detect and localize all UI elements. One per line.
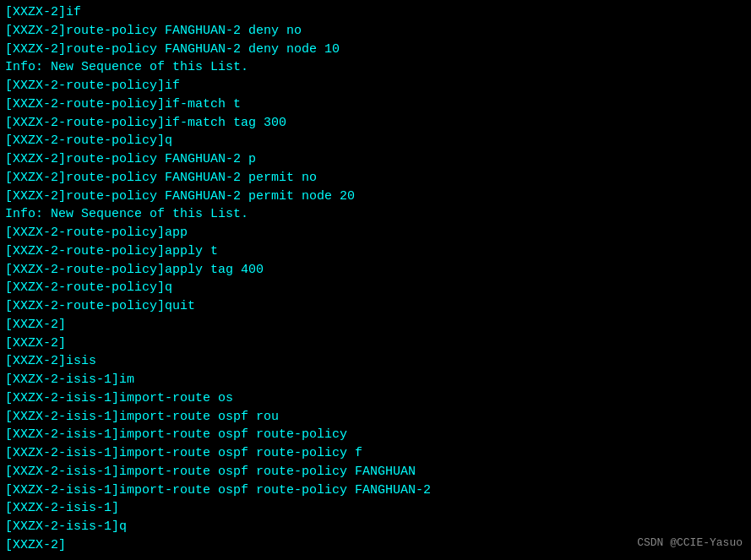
terminal-line: [XXZX-2-route-policy]if-match t: [5, 95, 746, 114]
terminal-line: [XXZX-2]route-policy FANGHUAN-2 deny nod…: [5, 41, 746, 59]
terminal-line: [XXZX-2-route-policy]if-match tag 300: [5, 114, 746, 133]
terminal-line: [XXZX-2]: [5, 316, 746, 334]
terminal-line: [XXZX-2]isis: [5, 352, 746, 371]
terminal-line: [XXZX-2]: [5, 536, 746, 555]
terminal-line: [XXZX-2-route-policy]apply tag 400: [5, 261, 746, 280]
terminal-line: [XXZX-2-isis-1]im: [5, 371, 746, 389]
terminal-line: [XXZX-2-isis-1]import-route ospf route-p…: [5, 426, 746, 444]
terminal-line: [XXZX-2]: [5, 334, 746, 353]
terminal-line: Info: New Sequence of this List.: [5, 58, 746, 77]
terminal-line: [XXZX-2]route-policy FANGHUAN-2 permit n…: [5, 188, 746, 206]
terminal-line: [XXZX-2-isis-1]q: [5, 518, 746, 536]
terminal-line: [XXZX-2]if: [5, 3, 746, 22]
terminal-line: [XXZX-2-isis-1]: [5, 499, 746, 518]
terminal-line: [XXZX-2]route-policy FANGHUAN-2 p: [5, 150, 746, 169]
terminal-line: [XXZX-2-isis-1]import-route ospf rou: [5, 408, 746, 427]
terminal-line: [XXZX-2-isis-1]import-route ospf route-p…: [5, 481, 746, 500]
terminal-line: [XXZX-2-route-policy]q: [5, 279, 746, 297]
terminal-line: [XXZX-2-isis-1]import-route ospf route-p…: [5, 463, 746, 481]
terminal-line: [XXZX-2-route-policy]quit: [5, 297, 746, 316]
terminal-line: [XXZX-2-isis-1]import-route os: [5, 389, 746, 408]
terminal-line: Info: New Sequence of this List.: [5, 205, 746, 224]
watermark: CSDN @CCIE-Yasuo: [637, 536, 743, 552]
terminal-line: [XXZX-2-route-policy]apply t: [5, 242, 746, 261]
terminal-line: [XXZX-2]route-policy FANGHUAN-2 permit n…: [5, 169, 746, 188]
terminal-line: [XXZX-2-route-policy]app: [5, 224, 746, 242]
terminal-output: [XXZX-2]if[XXZX-2]route-policy FANGHUAN-…: [5, 3, 746, 555]
terminal-line: [XXZX-2-route-policy]q: [5, 132, 746, 150]
terminal-line: [XXZX-2]route-policy FANGHUAN-2 deny no: [5, 22, 746, 41]
terminal-window: [XXZX-2]if[XXZX-2]route-policy FANGHUAN-…: [0, 0, 751, 560]
terminal-line: [XXZX-2-isis-1]import-route ospf route-p…: [5, 444, 746, 463]
terminal-line: [XXZX-2-route-policy]if: [5, 77, 746, 95]
